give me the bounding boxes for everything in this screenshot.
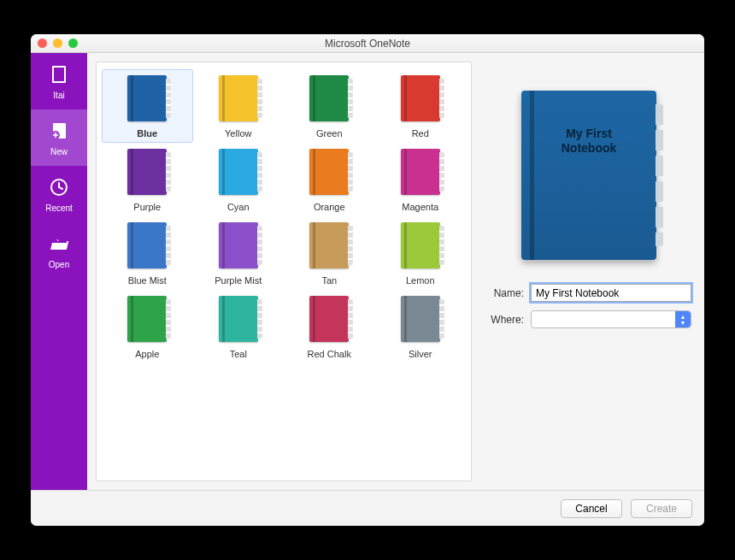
notebook-cover-icon [127, 222, 167, 268]
color-swatch[interactable]: Red Chalk [284, 290, 375, 363]
swatch-label: Silver [409, 349, 432, 359]
notebook-cover-icon [127, 149, 167, 195]
notebook-cover-icon [309, 296, 349, 342]
create-button[interactable]: Create [631, 499, 692, 518]
color-swatch[interactable]: Blue Mist [102, 216, 193, 290]
color-swatch[interactable]: Apple [102, 290, 193, 363]
titlebar: Microsoft OneNote [31, 34, 704, 53]
preview-pane: My First Notebook Name: Where: ▲▼ [482, 62, 696, 481]
name-label: Name: [486, 287, 531, 299]
where-select[interactable]: ▲▼ [531, 310, 691, 328]
clock-icon [47, 175, 71, 199]
combobox-arrows-icon: ▲▼ [675, 311, 691, 327]
color-swatch[interactable]: Tan [284, 216, 375, 290]
main: BlueYellowGreenRedPurpleCyanOrangeMagent… [87, 53, 704, 490]
color-swatch[interactable]: Teal [193, 290, 285, 363]
swatch-label: Yellow [225, 128, 251, 139]
notebook-cover-icon [401, 222, 440, 268]
color-swatch[interactable]: Yellow [193, 69, 285, 143]
zoom-window-button[interactable] [68, 38, 78, 48]
notebook-cover-icon [219, 222, 258, 268]
close-window-button[interactable] [38, 38, 47, 48]
create-form: Name: Where: ▲▼ [486, 284, 691, 328]
notebook-preview-title: My First Notebook [546, 127, 632, 156]
swatch-label: Tan [321, 275, 337, 286]
color-swatch[interactable]: Purple [102, 143, 193, 216]
swatch-label: Red Chalk [308, 349, 351, 359]
notebook-cover-icon [309, 222, 349, 268]
where-label: Where: [486, 314, 531, 326]
swatch-label: Orange [314, 202, 345, 212]
swatch-label: Purple [133, 202, 161, 212]
sidebar: Itai New Recent Open [31, 53, 87, 490]
svg-rect-1 [54, 68, 64, 81]
notebook-cover-icon [219, 296, 258, 342]
color-swatch[interactable]: Silver [375, 290, 467, 363]
sidebar-item-recent[interactable]: Recent [31, 166, 87, 222]
swatch-label: Red [412, 128, 429, 139]
notebook-cover-icon [401, 75, 440, 121]
color-swatch[interactable]: Purple Mist [193, 216, 285, 290]
notebook-cover-icon [309, 149, 349, 195]
swatch-label: Blue Mist [128, 275, 167, 286]
swatch-label: Blue [137, 128, 157, 139]
sidebar-item-label: New [50, 147, 68, 156]
name-input[interactable] [531, 284, 691, 302]
cancel-button-label: Cancel [575, 503, 607, 515]
swatch-label: Green [316, 128, 343, 139]
minimize-window-button[interactable] [53, 38, 62, 48]
traffic-lights [38, 38, 78, 48]
sidebar-item-label: Itai [53, 91, 64, 100]
notebook-cover-icon [401, 149, 440, 195]
color-swatch[interactable]: Lemon [375, 216, 467, 290]
sidebar-item-label: Open [49, 260, 69, 269]
swatch-label: Teal [230, 349, 247, 359]
color-swatch[interactable]: Red [375, 69, 467, 143]
sidebar-item-label: Recent [45, 203, 73, 213]
body: Itai New Recent Open [31, 53, 704, 490]
create-button-label: Create [646, 503, 677, 515]
footer: Cancel Create [31, 490, 704, 526]
notebook-cover-icon [219, 75, 258, 121]
window: Microsoft OneNote Itai New Recent [31, 34, 704, 526]
color-swatch[interactable]: Cyan [193, 143, 285, 216]
notebook-cover-icon [219, 149, 258, 195]
swatch-label: Lemon [406, 275, 435, 286]
sidebar-item-new[interactable]: New [31, 109, 87, 166]
notebook-cover-icon [127, 75, 167, 121]
new-notebook-icon [47, 119, 71, 143]
color-swatch[interactable]: Orange [284, 143, 375, 216]
window-title: Microsoft OneNote [325, 38, 410, 50]
folder-open-icon [47, 232, 71, 256]
color-swatch[interactable]: Magenta [375, 143, 467, 216]
color-swatch[interactable]: Green [284, 69, 375, 143]
swatch-label: Apple [135, 349, 159, 359]
sidebar-item-open[interactable]: Open [31, 222, 87, 279]
notebook-preview-tabs [656, 104, 663, 246]
notebook-icon [47, 62, 71, 86]
notebook-cover-icon [401, 296, 440, 342]
swatch-label: Purple Mist [215, 275, 262, 286]
notebook-preview: My First Notebook [521, 91, 656, 260]
swatch-label: Magenta [402, 202, 438, 212]
notebook-cover-icon [309, 75, 349, 121]
color-palette: BlueYellowGreenRedPurpleCyanOrangeMagent… [96, 62, 472, 481]
sidebar-item-account[interactable]: Itai [31, 53, 87, 109]
swatch-label: Cyan [227, 202, 250, 212]
color-swatch[interactable]: Blue [102, 69, 193, 143]
cancel-button[interactable]: Cancel [561, 499, 622, 518]
notebook-cover-icon [127, 296, 167, 342]
